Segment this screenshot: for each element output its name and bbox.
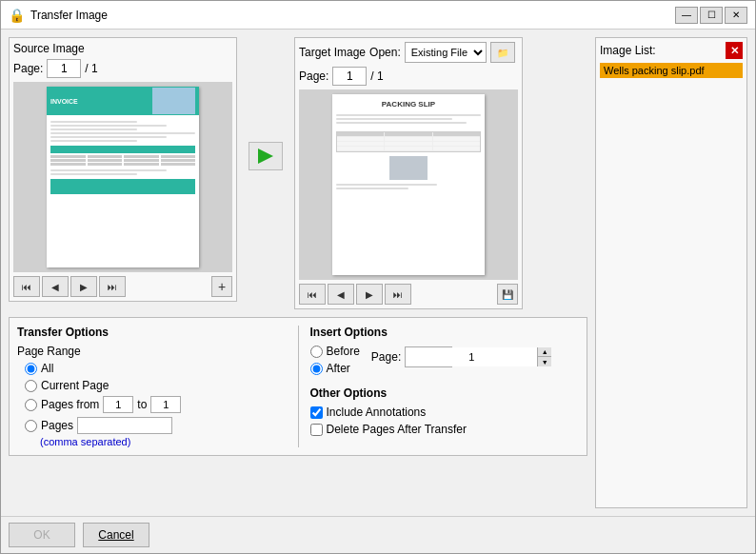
insert-page-label: Page: xyxy=(371,350,401,364)
source-doc-header: INVOICE xyxy=(47,87,199,115)
packing-slip-title: PACKING SLIP xyxy=(332,94,485,110)
radio-pages-row: Pages xyxy=(25,417,287,434)
radio-pages-label[interactable]: Pages xyxy=(41,419,73,432)
spinner-down-button[interactable]: ▼ xyxy=(538,357,551,366)
radio-pages[interactable] xyxy=(25,420,37,432)
radio-pages-from[interactable] xyxy=(25,399,37,411)
target-next-button[interactable]: ▶ xyxy=(356,284,383,305)
packing-table xyxy=(336,131,481,152)
packing-data-3 xyxy=(433,137,480,141)
radio-all[interactable] xyxy=(25,363,37,375)
transfer-arrow-area xyxy=(245,142,287,170)
radio-current[interactable] xyxy=(25,380,37,392)
transfer-button[interactable] xyxy=(249,142,283,170)
source-page-input[interactable] xyxy=(47,59,81,78)
title-bar: 🔒 Transfer Image — ☐ ✕ xyxy=(1,1,755,30)
packing-data-5 xyxy=(385,142,432,146)
pages-list-input[interactable] xyxy=(77,417,172,434)
annotations-checkbox[interactable] xyxy=(310,406,323,419)
target-page-input[interactable] xyxy=(332,67,367,86)
radio-current-label[interactable]: Current Page xyxy=(41,379,109,392)
packing-header-3 xyxy=(433,132,480,136)
target-last-button[interactable]: ⏭ xyxy=(385,284,411,305)
insert-page-input[interactable] xyxy=(406,347,537,366)
delete-pages-row: Delete Pages After Transfer xyxy=(310,423,580,436)
insert-other-column: Insert Options Before After xyxy=(310,326,580,447)
packing-data-1 xyxy=(337,137,385,141)
panels-row: Source Image Page: / 1 INVOICE xyxy=(9,37,587,309)
image-list-item[interactable]: Wells packing slip.pdf xyxy=(600,63,743,78)
insert-options-title: Insert Options xyxy=(310,326,580,339)
transfer-options-title: Transfer Options xyxy=(17,326,287,339)
source-first-button[interactable]: ⏮ xyxy=(13,276,40,297)
radio-all-label[interactable]: All xyxy=(41,362,53,375)
source-add-button[interactable]: + xyxy=(211,276,232,297)
target-first-button[interactable]: ⏮ xyxy=(299,284,326,305)
source-page-control: Page: / 1 xyxy=(13,59,232,78)
source-label: Source Image xyxy=(13,42,232,55)
packing-data-4 xyxy=(337,142,385,146)
to-label: to xyxy=(137,398,147,411)
delete-pages-label[interactable]: Delete Pages After Transfer xyxy=(327,423,467,436)
target-browse-button[interactable]: 📁 xyxy=(490,42,515,63)
packing-data-8 xyxy=(385,147,432,150)
ok-button[interactable]: OK xyxy=(9,523,75,547)
content-area: Source Image Page: / 1 INVOICE xyxy=(1,30,755,516)
close-button[interactable]: ✕ xyxy=(725,7,747,24)
packing-info xyxy=(332,110,485,128)
radio-before[interactable] xyxy=(310,346,323,358)
radio-before-label[interactable]: Before xyxy=(327,345,360,358)
target-page-total: / 1 xyxy=(370,69,383,83)
target-save-button[interactable]: 💾 xyxy=(497,284,518,305)
target-prev-button[interactable]: ◀ xyxy=(328,284,354,305)
doc-cell-5 xyxy=(50,159,86,162)
source-document: INVOICE xyxy=(47,87,199,267)
insert-row: Before After Page: xyxy=(310,345,580,375)
target-page-label: Page: xyxy=(299,69,328,83)
maximize-button[interactable]: ☐ xyxy=(700,7,723,24)
minimize-button[interactable]: — xyxy=(675,7,698,24)
insert-page-spinner: ▲ ▼ xyxy=(405,346,452,367)
doc-total-line-2 xyxy=(50,173,137,175)
doc-cell-10 xyxy=(88,163,123,166)
page-range-label: Page Range xyxy=(17,345,287,358)
source-next-button[interactable]: ▶ xyxy=(70,276,97,297)
doc-cell-7 xyxy=(124,159,159,162)
target-open-select[interactable]: Existing File New File xyxy=(405,42,487,63)
radio-after-label[interactable]: After xyxy=(327,362,350,375)
packing-data-7 xyxy=(337,147,385,150)
spinner-up-button[interactable]: ▲ xyxy=(538,347,551,357)
main-area: Source Image Page: / 1 INVOICE xyxy=(9,37,587,508)
packing-header-2 xyxy=(385,132,432,136)
packing-footer-line-1 xyxy=(336,184,437,186)
doc-line-1 xyxy=(50,121,137,123)
source-page-total: / 1 xyxy=(85,62,97,75)
delete-pages-checkbox[interactable] xyxy=(310,424,323,436)
packing-footer-line-2 xyxy=(336,188,408,189)
cancel-button[interactable]: Cancel xyxy=(83,523,149,547)
radio-after[interactable] xyxy=(310,363,323,375)
radio-pages-from-row: Pages from to xyxy=(25,396,287,413)
source-prev-button[interactable]: ◀ xyxy=(42,276,69,297)
doc-cell-6 xyxy=(88,159,123,162)
target-open-label: Open: xyxy=(369,46,401,59)
pages-to-input[interactable] xyxy=(150,396,181,413)
radio-all-row: All xyxy=(25,362,287,375)
other-options: Other Options Include Annotations Delete… xyxy=(310,386,580,436)
other-options-title: Other Options xyxy=(310,386,580,400)
image-list-close-button[interactable]: ✕ xyxy=(726,42,743,59)
source-page-label: Page: xyxy=(13,62,43,75)
source-panel: Source Image Page: / 1 INVOICE xyxy=(9,37,237,302)
annotations-label[interactable]: Include Annotations xyxy=(327,406,427,419)
packing-line-3 xyxy=(336,122,467,124)
title-bar-buttons: — ☐ ✕ xyxy=(675,7,747,24)
packing-data-2 xyxy=(385,137,432,141)
doc-line-6 xyxy=(50,140,137,142)
source-preview: INVOICE xyxy=(13,82,232,272)
source-last-button[interactable]: ⏭ xyxy=(99,276,126,297)
target-document: PACKING SLIP xyxy=(332,94,485,275)
pages-from-input[interactable] xyxy=(103,396,133,413)
arrow-right-icon xyxy=(258,148,273,164)
image-list-panel: Image List: ✕ Wells packing slip.pdf xyxy=(595,37,747,508)
radio-pages-from-label[interactable]: Pages from xyxy=(41,398,99,411)
